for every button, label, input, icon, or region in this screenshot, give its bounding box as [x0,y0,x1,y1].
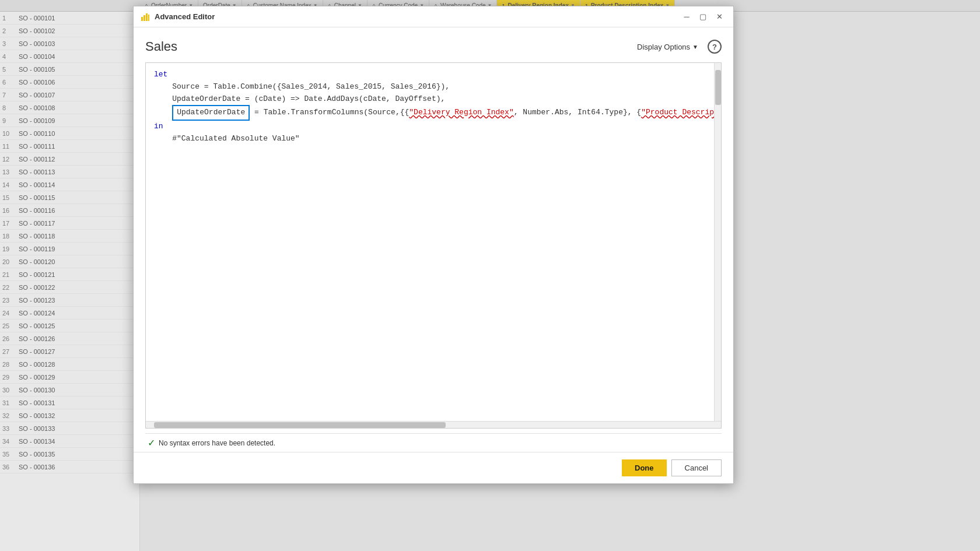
editor-scroll-area[interactable]: let Source = Table.Combine({Sales_2014, … [146,63,721,421]
advanced-editor-modal: Advanced Editor ─ ▢ ✕ Sales Display Opti… [133,6,734,484]
modal-pbi-icon [141,12,150,22]
modal-body: Sales Display Options ▼ ? let Source = T… [134,27,733,452]
modal-title-text: Advanced Editor [155,12,675,21]
done-button[interactable]: Done [622,459,667,476]
query-title: Sales [145,39,177,54]
svg-rect-3 [148,15,149,21]
status-bar: ✓ No syntax errors have been detected. [145,433,722,452]
svg-rect-2 [146,13,148,21]
close-button[interactable]: ✕ [712,11,726,23]
modal-footer: Done Cancel [134,452,733,483]
cancel-button[interactable]: Cancel [671,459,722,476]
minimize-button[interactable]: ─ [680,11,694,23]
titlebar-buttons: ─ ▢ ✕ [680,11,726,23]
display-options-label: Display Options [637,43,690,51]
help-icon: ? [712,43,717,51]
editor-content[interactable]: let Source = Table.Combine({Sales_2014, … [146,63,714,421]
scrollbar-thumb[interactable] [715,70,721,105]
hscrollbar-thumb[interactable] [154,422,446,428]
code-editor-container: let Source = Table.Combine({Sales_2014, … [145,62,722,429]
svg-rect-1 [144,15,145,21]
modal-header-row: Sales Display Options ▼ ? [145,39,722,54]
horizontal-scrollbar[interactable] [146,421,721,428]
autocomplete-highlight: UpdateOrderDate [172,105,250,121]
svg-rect-0 [141,17,143,21]
status-text: No syntax errors have been detected. [159,439,275,447]
help-button[interactable]: ? [708,40,722,54]
header-actions: Display Options ▼ ? [634,40,722,54]
modal-titlebar: Advanced Editor ─ ▢ ✕ [134,6,733,27]
display-options-chevron-icon: ▼ [692,44,698,50]
display-options-button[interactable]: Display Options ▼ [634,40,702,54]
restore-button[interactable]: ▢ [696,11,710,23]
vertical-scrollbar[interactable] [714,63,721,421]
status-check-icon: ✓ [148,437,155,448]
